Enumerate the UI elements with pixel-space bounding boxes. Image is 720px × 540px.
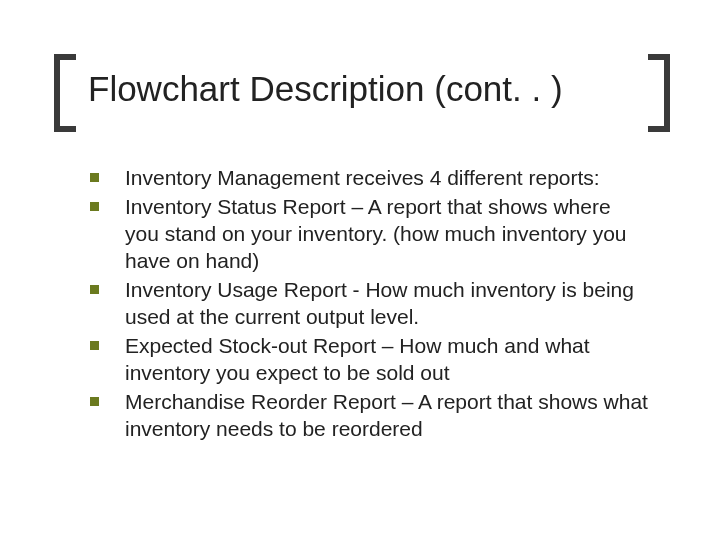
list-item: Inventory Management receives 4 differen… [90,164,650,191]
list-item: Expected Stock-out Report – How much and… [90,332,650,386]
list-item: Inventory Usage Report - How much invent… [90,276,650,330]
list-item: Merchandise Reorder Report – A report th… [90,388,650,442]
slide: Flowchart Description (cont. . ) Invento… [0,0,720,540]
list-item-text: Inventory Status Report – A report that … [125,193,650,274]
list-item-text: Expected Stock-out Report – How much and… [125,332,650,386]
square-bullet-icon [90,341,99,350]
square-bullet-icon [90,285,99,294]
list-item: Inventory Status Report – A report that … [90,193,650,274]
square-bullet-icon [90,397,99,406]
slide-title: Flowchart Description (cont. . ) [88,70,630,109]
title-bracket-left [54,54,76,132]
list-item-text: Inventory Management receives 4 differen… [125,164,650,191]
square-bullet-icon [90,202,99,211]
square-bullet-icon [90,173,99,182]
list-item-text: Inventory Usage Report - How much invent… [125,276,650,330]
list-item-text: Merchandise Reorder Report – A report th… [125,388,650,442]
bullet-list: Inventory Management receives 4 differen… [90,164,650,444]
title-bracket-right [648,54,670,132]
